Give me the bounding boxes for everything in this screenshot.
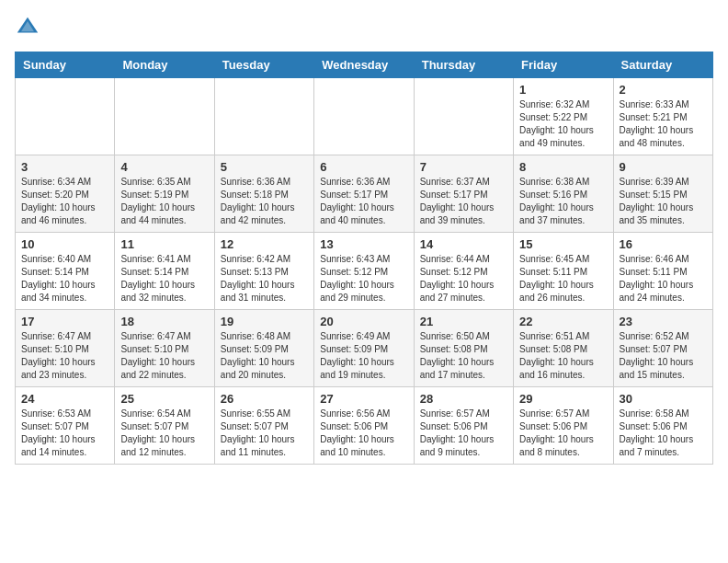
- calendar-cell: 14Sunrise: 6:44 AM Sunset: 5:12 PM Dayli…: [414, 233, 513, 310]
- calendar-table: SundayMondayTuesdayWednesdayThursdayFrid…: [15, 52, 713, 465]
- calendar-cell: [414, 78, 513, 155]
- calendar-week-2: 3Sunrise: 6:34 AM Sunset: 5:20 PM Daylig…: [16, 155, 713, 233]
- calendar-cell: 7Sunrise: 6:37 AM Sunset: 5:17 PM Daylig…: [414, 155, 513, 233]
- calendar-cell: 25Sunrise: 6:54 AM Sunset: 5:07 PM Dayli…: [115, 387, 214, 465]
- day-number: 4: [120, 160, 208, 174]
- day-info: Sunrise: 6:41 AM Sunset: 5:14 PM Dayligh…: [120, 254, 195, 303]
- day-info: Sunrise: 6:48 AM Sunset: 5:09 PM Dayligh…: [221, 331, 295, 380]
- calendar-week-1: 1Sunrise: 6:32 AM Sunset: 5:22 PM Daylig…: [16, 78, 713, 155]
- day-info: Sunrise: 6:49 AM Sunset: 5:09 PM Dayligh…: [320, 331, 394, 380]
- day-info: Sunrise: 6:55 AM Sunset: 5:07 PM Dayligh…: [221, 408, 295, 457]
- day-info: Sunrise: 6:50 AM Sunset: 5:08 PM Dayligh…: [420, 331, 495, 380]
- calendar-week-3: 10Sunrise: 6:40 AM Sunset: 5:14 PM Dayli…: [16, 233, 713, 310]
- day-info: Sunrise: 6:42 AM Sunset: 5:13 PM Dayligh…: [221, 254, 295, 303]
- column-header-friday: Friday: [514, 52, 613, 78]
- day-number: 17: [21, 315, 108, 328]
- calendar-cell: 26Sunrise: 6:55 AM Sunset: 5:07 PM Dayli…: [214, 387, 313, 465]
- logo-icon: [15, 15, 40, 40]
- column-header-saturday: Saturday: [613, 52, 712, 78]
- day-number: 9: [620, 160, 707, 174]
- day-number: 24: [21, 392, 108, 406]
- calendar-cell: 10Sunrise: 6:40 AM Sunset: 5:14 PM Dayli…: [16, 233, 115, 310]
- column-header-monday: Monday: [115, 52, 214, 78]
- day-info: Sunrise: 6:36 AM Sunset: 5:18 PM Dayligh…: [221, 177, 295, 225]
- day-number: 22: [519, 315, 607, 328]
- day-info: Sunrise: 6:40 AM Sunset: 5:14 PM Dayligh…: [21, 254, 96, 303]
- column-header-tuesday: Tuesday: [214, 52, 313, 78]
- day-number: 11: [120, 237, 208, 251]
- calendar-cell: 20Sunrise: 6:49 AM Sunset: 5:09 PM Dayli…: [314, 310, 414, 387]
- calendar-cell: [314, 78, 414, 155]
- day-number: 10: [21, 237, 108, 251]
- calendar-cell: 16Sunrise: 6:46 AM Sunset: 5:11 PM Dayli…: [613, 233, 712, 310]
- calendar-week-5: 24Sunrise: 6:53 AM Sunset: 5:07 PM Dayli…: [16, 387, 713, 465]
- day-info: Sunrise: 6:56 AM Sunset: 5:06 PM Dayligh…: [320, 408, 394, 457]
- calendar-cell: 24Sunrise: 6:53 AM Sunset: 5:07 PM Dayli…: [16, 387, 115, 465]
- day-number: 27: [320, 392, 407, 406]
- day-info: Sunrise: 6:54 AM Sunset: 5:07 PM Dayligh…: [120, 408, 195, 457]
- calendar-cell: 3Sunrise: 6:34 AM Sunset: 5:20 PM Daylig…: [16, 155, 115, 233]
- calendar-cell: 17Sunrise: 6:47 AM Sunset: 5:10 PM Dayli…: [16, 310, 115, 387]
- day-info: Sunrise: 6:51 AM Sunset: 5:08 PM Dayligh…: [519, 331, 594, 380]
- calendar-cell: 9Sunrise: 6:39 AM Sunset: 5:15 PM Daylig…: [613, 155, 712, 233]
- column-header-sunday: Sunday: [16, 52, 115, 78]
- calendar-cell: 23Sunrise: 6:52 AM Sunset: 5:07 PM Dayli…: [613, 310, 712, 387]
- calendar-cell: 22Sunrise: 6:51 AM Sunset: 5:08 PM Dayli…: [514, 310, 613, 387]
- calendar-cell: 21Sunrise: 6:50 AM Sunset: 5:08 PM Dayli…: [414, 310, 513, 387]
- day-number: 25: [120, 392, 208, 406]
- day-info: Sunrise: 6:39 AM Sunset: 5:15 PM Dayligh…: [620, 177, 694, 225]
- column-header-thursday: Thursday: [414, 52, 513, 78]
- day-info: Sunrise: 6:35 AM Sunset: 5:19 PM Dayligh…: [120, 177, 195, 225]
- day-number: 8: [519, 160, 607, 174]
- day-info: Sunrise: 6:37 AM Sunset: 5:17 PM Dayligh…: [420, 177, 495, 225]
- day-number: 3: [21, 160, 108, 174]
- page-header: [15, 15, 713, 40]
- day-info: Sunrise: 6:47 AM Sunset: 5:10 PM Dayligh…: [21, 331, 96, 380]
- day-number: 16: [620, 237, 707, 251]
- calendar-cell: 6Sunrise: 6:36 AM Sunset: 5:17 PM Daylig…: [314, 155, 414, 233]
- day-info: Sunrise: 6:45 AM Sunset: 5:11 PM Dayligh…: [519, 254, 594, 303]
- day-number: 18: [120, 315, 208, 328]
- calendar-cell: 30Sunrise: 6:58 AM Sunset: 5:06 PM Dayli…: [613, 387, 712, 465]
- day-number: 1: [519, 83, 607, 97]
- day-number: 28: [420, 392, 507, 406]
- calendar-cell: 12Sunrise: 6:42 AM Sunset: 5:13 PM Dayli…: [214, 233, 313, 310]
- calendar-cell: 18Sunrise: 6:47 AM Sunset: 5:10 PM Dayli…: [115, 310, 214, 387]
- day-info: Sunrise: 6:36 AM Sunset: 5:17 PM Dayligh…: [320, 177, 394, 225]
- calendar-cell: 5Sunrise: 6:36 AM Sunset: 5:18 PM Daylig…: [214, 155, 313, 233]
- calendar-cell: 2Sunrise: 6:33 AM Sunset: 5:21 PM Daylig…: [613, 78, 712, 155]
- calendar-cell: 19Sunrise: 6:48 AM Sunset: 5:09 PM Dayli…: [214, 310, 313, 387]
- day-number: 6: [320, 160, 407, 174]
- calendar-cell: 1Sunrise: 6:32 AM Sunset: 5:22 PM Daylig…: [514, 78, 613, 155]
- day-number: 7: [420, 160, 507, 174]
- logo: [15, 15, 44, 40]
- calendar-cell: 13Sunrise: 6:43 AM Sunset: 5:12 PM Dayli…: [314, 233, 414, 310]
- calendar-cell: 8Sunrise: 6:38 AM Sunset: 5:16 PM Daylig…: [514, 155, 613, 233]
- day-info: Sunrise: 6:52 AM Sunset: 5:07 PM Dayligh…: [620, 331, 694, 380]
- calendar-cell: [115, 78, 214, 155]
- day-number: 12: [221, 237, 308, 251]
- calendar-cell: [16, 78, 115, 155]
- day-number: 20: [320, 315, 407, 328]
- day-number: 15: [519, 237, 607, 251]
- day-number: 30: [620, 392, 707, 406]
- calendar-cell: 11Sunrise: 6:41 AM Sunset: 5:14 PM Dayli…: [115, 233, 214, 310]
- day-number: 26: [221, 392, 308, 406]
- day-number: 19: [221, 315, 308, 328]
- column-header-wednesday: Wednesday: [314, 52, 414, 78]
- day-info: Sunrise: 6:46 AM Sunset: 5:11 PM Dayligh…: [620, 254, 694, 303]
- day-info: Sunrise: 6:44 AM Sunset: 5:12 PM Dayligh…: [420, 254, 495, 303]
- day-info: Sunrise: 6:33 AM Sunset: 5:21 PM Dayligh…: [620, 99, 694, 148]
- calendar-cell: 4Sunrise: 6:35 AM Sunset: 5:19 PM Daylig…: [115, 155, 214, 233]
- day-info: Sunrise: 6:53 AM Sunset: 5:07 PM Dayligh…: [21, 408, 96, 457]
- calendar-cell: 27Sunrise: 6:56 AM Sunset: 5:06 PM Dayli…: [314, 387, 414, 465]
- day-number: 5: [221, 160, 308, 174]
- calendar-header-row: SundayMondayTuesdayWednesdayThursdayFrid…: [16, 52, 713, 78]
- day-info: Sunrise: 6:32 AM Sunset: 5:22 PM Dayligh…: [519, 99, 594, 148]
- calendar-cell: 29Sunrise: 6:57 AM Sunset: 5:06 PM Dayli…: [514, 387, 613, 465]
- day-info: Sunrise: 6:43 AM Sunset: 5:12 PM Dayligh…: [320, 254, 394, 303]
- calendar-cell: 15Sunrise: 6:45 AM Sunset: 5:11 PM Dayli…: [514, 233, 613, 310]
- day-number: 2: [620, 83, 707, 97]
- day-number: 13: [320, 237, 407, 251]
- calendar-cell: 28Sunrise: 6:57 AM Sunset: 5:06 PM Dayli…: [414, 387, 513, 465]
